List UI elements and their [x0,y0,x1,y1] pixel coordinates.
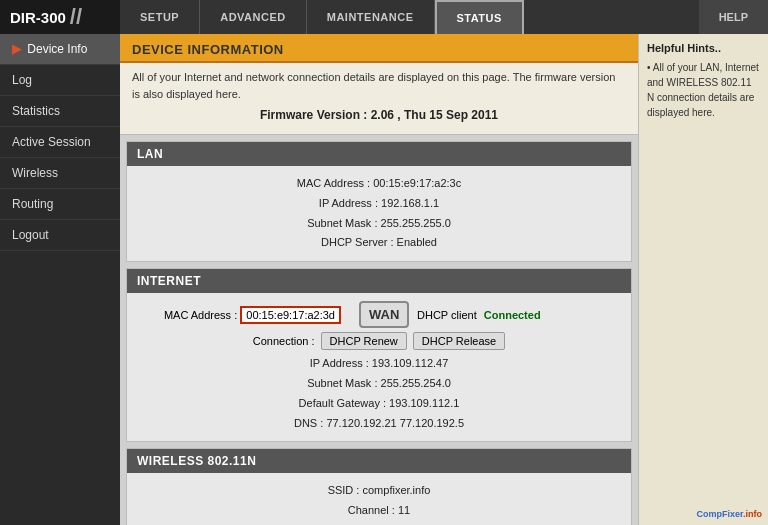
help-text: • All of your LAN, Internet and WIRELESS… [647,60,760,124]
lan-section-header: LAN [127,142,631,166]
internet-mac-label: MAC Address : 00:15:e9:17:a2:3d [147,309,341,321]
device-info-header: DEVICE INFORMATION [120,34,638,63]
logo-slash: // [70,4,82,30]
tab-status[interactable]: STATUS [435,0,524,34]
sidebar-item-wireless[interactable]: Wireless [0,158,120,189]
internet-dns: DNS : 77.120.192.21 77.120.192.5 [294,414,464,434]
dhcp-renew-button[interactable]: DHCP Renew [321,332,407,350]
sidebar-item-device-info[interactable]: ▶ Device Info [0,34,120,65]
internet-subnet: Subnet Mask : 255.255.254.0 [307,374,451,394]
dhcp-release-button[interactable]: DHCP Release [413,332,505,350]
sidebar-item-statistics[interactable]: Statistics [0,96,120,127]
top-navigation: DIR-300 // SETUP ADVANCED MAINTENANCE ST… [0,0,768,34]
wireless-channel: Channel : 11 [147,501,611,521]
tab-advanced[interactable]: ADVANCED [200,0,307,34]
device-info-title: DEVICE INFORMATION [132,42,626,57]
sidebar-item-active-session[interactable]: Active Session [0,127,120,158]
arrow-icon: ▶ [12,42,21,56]
firmware-version: Firmware Version : 2.06 , Thu 15 Sep 201… [132,102,626,128]
wireless-section-body: SSID : compfixer.info Channel : 11 Encry… [127,473,631,525]
help-bullet-1: • All of your LAN, Internet and WIRELESS… [647,60,760,120]
dhcp-status-area: DHCP client Connected [417,309,611,321]
sidebar-item-logout[interactable]: Logout [0,220,120,251]
wireless-section: WIRELESS 802.11N SSID : compfixer.info C… [126,448,632,525]
lan-subnet: Subnet Mask : 255.255.255.0 [147,214,611,234]
nav-tabs: SETUP ADVANCED MAINTENANCE STATUS [120,0,699,34]
wireless-ssid: SSID : compfixer.info [147,481,611,501]
lan-mac: MAC Address : 00:15:e9:17:a2:3c [147,174,611,194]
device-info-description: All of your Internet and network connect… [120,63,638,135]
sidebar-item-log[interactable]: Log [0,65,120,96]
internet-section-header: INTERNET [127,269,631,293]
internet-ip: IP Address : 193.109.112.47 [310,354,449,374]
sidebar-item-routing[interactable]: Routing [0,189,120,220]
internet-mac-value: 00:15:e9:17:a2:3d [240,306,341,324]
lan-ip: IP Address : 192.168.1.1 [147,194,611,214]
tab-maintenance[interactable]: MAINTENANCE [307,0,435,34]
help-panel: Helpful Hints.. • All of your LAN, Inter… [638,34,768,525]
connection-row: Connection : DHCP Renew DHCP Release [253,332,505,350]
wan-badge: WAN [359,301,409,328]
lan-section-body: MAC Address : 00:15:e9:17:a2:3c IP Addre… [127,166,631,261]
main-layout: ▶ Device Info Log Statistics Active Sess… [0,34,768,525]
sidebar: ▶ Device Info Log Statistics Active Sess… [0,34,120,525]
wireless-section-header: WIRELESS 802.11N [127,449,631,473]
help-title: Helpful Hints.. [647,42,760,54]
internet-section: INTERNET MAC Address : 00:15:e9:17:a2:3d… [126,268,632,442]
brand-logo: CompFixer.info [696,509,762,519]
lan-section: LAN MAC Address : 00:15:e9:17:a2:3c IP A… [126,141,632,262]
internet-gateway: Default Gateway : 193.109.112.1 [299,394,460,414]
content-area: DEVICE INFORMATION All of your Internet … [120,34,638,525]
lan-dhcp: DHCP Server : Enabled [147,233,611,253]
model-label: DIR-300 [10,9,66,26]
internet-section-body: MAC Address : 00:15:e9:17:a2:3d WAN DHCP… [127,293,631,441]
tab-setup[interactable]: SETUP [120,0,200,34]
connected-status: Connected [484,309,541,321]
tab-help[interactable]: HELP [699,0,768,34]
wireless-encryption: Encryption : CIPHER_AUTO [147,521,611,525]
logo-area: DIR-300 // [0,0,120,34]
